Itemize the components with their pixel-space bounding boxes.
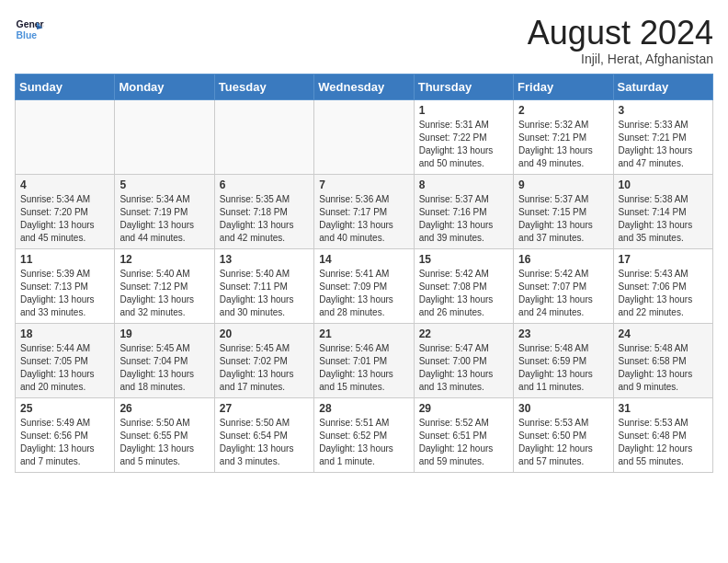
calendar-cell: 31Sunrise: 5:53 AM Sunset: 6:48 PM Dayli… xyxy=(613,397,712,472)
day-info: Sunrise: 5:45 AM Sunset: 7:02 PM Dayligh… xyxy=(220,342,309,394)
page-header: General Blue August 2024 Injil, Herat, A… xyxy=(15,15,713,66)
day-number: 21 xyxy=(319,327,408,340)
calendar-cell: 16Sunrise: 5:42 AM Sunset: 7:07 PM Dayli… xyxy=(514,248,613,323)
day-info: Sunrise: 5:33 AM Sunset: 7:21 PM Dayligh… xyxy=(619,119,708,170)
day-number: 11 xyxy=(20,253,109,266)
day-info: Sunrise: 5:35 AM Sunset: 7:18 PM Dayligh… xyxy=(220,193,309,245)
day-info: Sunrise: 5:48 AM Sunset: 6:58 PM Dayligh… xyxy=(619,342,708,394)
day-number: 27 xyxy=(220,402,309,415)
page-subtitle: Injil, Herat, Afghanistan xyxy=(528,52,713,66)
day-number: 6 xyxy=(220,178,309,191)
day-number: 29 xyxy=(419,402,508,415)
day-number: 10 xyxy=(619,178,708,191)
calendar-cell: 10Sunrise: 5:38 AM Sunset: 7:14 PM Dayli… xyxy=(613,174,712,248)
logo-icon: General Blue xyxy=(15,15,44,44)
day-info: Sunrise: 5:49 AM Sunset: 6:56 PM Dayligh… xyxy=(20,417,109,468)
calendar-week-row: 11Sunrise: 5:39 AM Sunset: 7:13 PM Dayli… xyxy=(16,248,713,323)
weekday-header: Monday xyxy=(115,74,214,99)
calendar-cell: 12Sunrise: 5:40 AM Sunset: 7:12 PM Dayli… xyxy=(115,248,214,323)
calendar-cell: 20Sunrise: 5:45 AM Sunset: 7:02 PM Dayli… xyxy=(214,323,313,397)
calendar-cell: 14Sunrise: 5:41 AM Sunset: 7:09 PM Dayli… xyxy=(314,248,414,323)
day-number: 20 xyxy=(220,327,309,340)
weekday-header: Saturday xyxy=(613,74,712,99)
calendar-cell: 2Sunrise: 5:32 AM Sunset: 7:21 PM Daylig… xyxy=(514,99,613,174)
weekday-header-row: SundayMondayTuesdayWednesdayThursdayFrid… xyxy=(16,74,713,99)
day-info: Sunrise: 5:53 AM Sunset: 6:50 PM Dayligh… xyxy=(518,417,608,468)
day-number: 13 xyxy=(220,253,309,266)
day-number: 23 xyxy=(518,327,608,340)
calendar-cell: 22Sunrise: 5:47 AM Sunset: 7:00 PM Dayli… xyxy=(414,323,513,397)
day-number: 14 xyxy=(319,253,408,266)
day-info: Sunrise: 5:43 AM Sunset: 7:06 PM Dayligh… xyxy=(619,268,708,319)
title-block: August 2024 Injil, Herat, Afghanistan xyxy=(528,15,713,66)
day-info: Sunrise: 5:32 AM Sunset: 7:21 PM Dayligh… xyxy=(518,119,608,170)
day-info: Sunrise: 5:51 AM Sunset: 6:52 PM Dayligh… xyxy=(319,417,408,468)
day-number: 5 xyxy=(119,178,209,191)
calendar-table: SundayMondayTuesdayWednesdayThursdayFrid… xyxy=(15,74,713,473)
calendar-cell: 26Sunrise: 5:50 AM Sunset: 6:55 PM Dayli… xyxy=(115,397,214,472)
day-number: 18 xyxy=(20,327,109,340)
day-number: 8 xyxy=(419,178,508,191)
day-number: 25 xyxy=(20,402,109,415)
day-number: 24 xyxy=(619,327,708,340)
day-number: 31 xyxy=(619,402,708,415)
day-info: Sunrise: 5:45 AM Sunset: 7:04 PM Dayligh… xyxy=(119,342,209,394)
calendar-cell xyxy=(214,99,313,174)
calendar-week-row: 18Sunrise: 5:44 AM Sunset: 7:05 PM Dayli… xyxy=(16,323,713,397)
calendar-cell xyxy=(115,99,214,174)
day-info: Sunrise: 5:42 AM Sunset: 7:07 PM Dayligh… xyxy=(518,268,608,319)
calendar-cell: 3Sunrise: 5:33 AM Sunset: 7:21 PM Daylig… xyxy=(613,99,712,174)
calendar-cell: 23Sunrise: 5:48 AM Sunset: 6:59 PM Dayli… xyxy=(514,323,613,397)
calendar-cell: 1Sunrise: 5:31 AM Sunset: 7:22 PM Daylig… xyxy=(414,99,513,174)
day-info: Sunrise: 5:46 AM Sunset: 7:01 PM Dayligh… xyxy=(319,342,408,394)
calendar-week-row: 25Sunrise: 5:49 AM Sunset: 6:56 PM Dayli… xyxy=(16,397,713,472)
day-number: 17 xyxy=(619,253,708,266)
day-info: Sunrise: 5:48 AM Sunset: 6:59 PM Dayligh… xyxy=(518,342,608,394)
calendar-cell: 27Sunrise: 5:50 AM Sunset: 6:54 PM Dayli… xyxy=(214,397,313,472)
day-info: Sunrise: 5:40 AM Sunset: 7:12 PM Dayligh… xyxy=(119,268,209,319)
calendar-cell: 11Sunrise: 5:39 AM Sunset: 7:13 PM Dayli… xyxy=(16,248,115,323)
day-info: Sunrise: 5:34 AM Sunset: 7:19 PM Dayligh… xyxy=(119,193,209,245)
day-number: 1 xyxy=(419,104,508,117)
weekday-header: Thursday xyxy=(414,74,513,99)
day-info: Sunrise: 5:52 AM Sunset: 6:51 PM Dayligh… xyxy=(419,417,508,468)
day-info: Sunrise: 5:44 AM Sunset: 7:05 PM Dayligh… xyxy=(20,342,109,394)
day-info: Sunrise: 5:34 AM Sunset: 7:20 PM Dayligh… xyxy=(20,193,109,245)
day-info: Sunrise: 5:50 AM Sunset: 6:54 PM Dayligh… xyxy=(220,417,309,468)
calendar-cell: 28Sunrise: 5:51 AM Sunset: 6:52 PM Dayli… xyxy=(314,397,414,472)
weekday-header: Tuesday xyxy=(214,74,313,99)
calendar-cell: 7Sunrise: 5:36 AM Sunset: 7:17 PM Daylig… xyxy=(314,174,414,248)
day-info: Sunrise: 5:42 AM Sunset: 7:08 PM Dayligh… xyxy=(419,268,508,319)
weekday-header: Friday xyxy=(514,74,613,99)
weekday-header: Sunday xyxy=(16,74,115,99)
calendar-cell: 18Sunrise: 5:44 AM Sunset: 7:05 PM Dayli… xyxy=(16,323,115,397)
calendar-cell: 9Sunrise: 5:37 AM Sunset: 7:15 PM Daylig… xyxy=(514,174,613,248)
day-number: 2 xyxy=(518,104,608,117)
day-info: Sunrise: 5:50 AM Sunset: 6:55 PM Dayligh… xyxy=(119,417,209,468)
calendar-cell: 24Sunrise: 5:48 AM Sunset: 6:58 PM Dayli… xyxy=(613,323,712,397)
day-info: Sunrise: 5:41 AM Sunset: 7:09 PM Dayligh… xyxy=(319,268,408,319)
day-number: 4 xyxy=(20,178,109,191)
day-info: Sunrise: 5:37 AM Sunset: 7:15 PM Dayligh… xyxy=(518,193,608,245)
calendar-cell xyxy=(314,99,414,174)
calendar-cell: 4Sunrise: 5:34 AM Sunset: 7:20 PM Daylig… xyxy=(16,174,115,248)
day-info: Sunrise: 5:36 AM Sunset: 7:17 PM Dayligh… xyxy=(319,193,408,245)
calendar-week-row: 4Sunrise: 5:34 AM Sunset: 7:20 PM Daylig… xyxy=(16,174,713,248)
day-info: Sunrise: 5:47 AM Sunset: 7:00 PM Dayligh… xyxy=(419,342,508,394)
day-number: 22 xyxy=(419,327,508,340)
svg-text:Blue: Blue xyxy=(17,30,38,40)
day-number: 7 xyxy=(319,178,408,191)
calendar-cell: 6Sunrise: 5:35 AM Sunset: 7:18 PM Daylig… xyxy=(214,174,313,248)
weekday-header: Wednesday xyxy=(314,74,414,99)
calendar-cell: 8Sunrise: 5:37 AM Sunset: 7:16 PM Daylig… xyxy=(414,174,513,248)
day-number: 12 xyxy=(119,253,209,266)
day-number: 26 xyxy=(119,402,209,415)
day-info: Sunrise: 5:37 AM Sunset: 7:16 PM Dayligh… xyxy=(419,193,508,245)
day-number: 30 xyxy=(518,402,608,415)
day-info: Sunrise: 5:40 AM Sunset: 7:11 PM Dayligh… xyxy=(220,268,309,319)
calendar-cell xyxy=(16,99,115,174)
calendar-cell: 5Sunrise: 5:34 AM Sunset: 7:19 PM Daylig… xyxy=(115,174,214,248)
day-number: 19 xyxy=(119,327,209,340)
calendar-cell: 13Sunrise: 5:40 AM Sunset: 7:11 PM Dayli… xyxy=(214,248,313,323)
calendar-cell: 21Sunrise: 5:46 AM Sunset: 7:01 PM Dayli… xyxy=(314,323,414,397)
